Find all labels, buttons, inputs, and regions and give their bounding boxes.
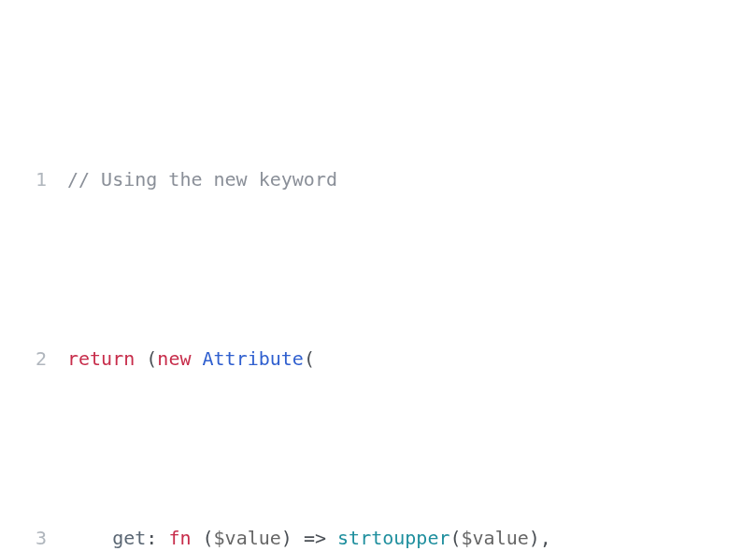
punct-token: ( (304, 347, 315, 370)
code-line: 1 // Using the new keyword (0, 157, 756, 202)
variable-token: $value (214, 527, 281, 549)
code-block: 1 // Using the new keyword 2 return (new… (0, 0, 756, 551)
keyword-token: fn (168, 527, 191, 549)
keyword-token: return (67, 347, 135, 370)
code-content: get: fn ($value) => strtoupper($value), (67, 516, 756, 551)
param-label-token: get (112, 527, 146, 549)
line-number: 1 (0, 157, 67, 202)
keyword-token: new (157, 347, 191, 370)
code-line: 3 get: fn ($value) => strtoupper($value)… (0, 516, 756, 551)
class-token: Attribute (203, 347, 304, 370)
code-content: // Using the new keyword (67, 157, 756, 202)
code-line: 2 return (new Attribute( (0, 336, 756, 381)
function-token: strtoupper (337, 527, 449, 549)
line-number: 2 (0, 336, 67, 381)
comment-token: // Using the new keyword (67, 168, 337, 191)
variable-token: $value (462, 527, 529, 549)
arrow-token: => (292, 527, 337, 549)
code-content: return (new Attribute( (67, 336, 756, 381)
line-number: 3 (0, 516, 67, 551)
punct-token: ( (135, 347, 157, 370)
